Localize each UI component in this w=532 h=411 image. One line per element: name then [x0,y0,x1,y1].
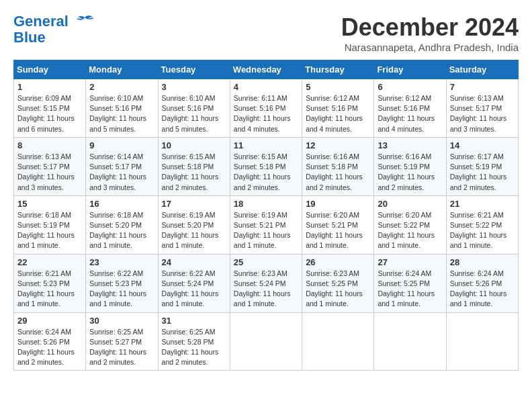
day-number: 29 [17,316,82,326]
day-cell-8: 8Sunrise: 6:13 AMSunset: 5:17 PMDaylight… [14,137,86,195]
day-info: Sunrise: 6:11 AMSunset: 5:16 PMDaylight:… [234,93,298,134]
day-cell-20: 20Sunrise: 6:20 AMSunset: 5:22 PMDayligh… [374,195,446,254]
day-number: 7 [450,82,515,92]
day-number: 16 [89,199,154,209]
day-info: Sunrise: 6:12 AMSunset: 5:16 PMDaylight:… [378,93,442,134]
day-cell-6: 6Sunrise: 6:12 AMSunset: 5:16 PMDaylight… [374,79,446,138]
weekday-header-friday: Friday [374,60,446,79]
week-row-2: 8Sunrise: 6:13 AMSunset: 5:17 PMDaylight… [14,137,519,195]
location: Narasannapeta, Andhra Pradesh, India [341,42,519,53]
day-number: 8 [17,140,82,150]
day-cell-5: 5Sunrise: 6:12 AMSunset: 5:16 PMDaylight… [302,79,374,138]
day-number: 26 [306,257,370,267]
day-cell-29: 29Sunrise: 6:24 AMSunset: 5:26 PMDayligh… [14,312,86,371]
day-info: Sunrise: 6:22 AMSunset: 5:23 PMDaylight:… [89,269,154,310]
day-cell-30: 30Sunrise: 6:25 AMSunset: 5:27 PMDayligh… [86,312,158,371]
day-info: Sunrise: 6:16 AMSunset: 5:19 PMDaylight:… [378,152,442,193]
day-cell-23: 23Sunrise: 6:22 AMSunset: 5:23 PMDayligh… [86,254,158,312]
day-info: Sunrise: 6:24 AMSunset: 5:26 PMDaylight:… [17,327,82,368]
day-info: Sunrise: 6:10 AMSunset: 5:16 PMDaylight:… [89,93,154,134]
weekday-header-wednesday: Wednesday [230,60,302,79]
day-number: 22 [17,257,82,267]
day-number: 1 [17,82,82,92]
day-info: Sunrise: 6:18 AMSunset: 5:20 PMDaylight:… [89,210,154,251]
logo-general: General [13,13,69,30]
day-info: Sunrise: 6:14 AMSunset: 5:17 PMDaylight:… [89,152,154,193]
day-info: Sunrise: 6:15 AMSunset: 5:18 PMDaylight:… [234,152,298,193]
day-cell-11: 11Sunrise: 6:15 AMSunset: 5:18 PMDayligh… [230,137,302,195]
day-number: 3 [162,82,226,92]
day-info: Sunrise: 6:20 AMSunset: 5:22 PMDaylight:… [378,210,442,251]
day-number: 13 [378,140,442,150]
week-row-4: 22Sunrise: 6:21 AMSunset: 5:23 PMDayligh… [14,254,519,312]
day-info: Sunrise: 6:09 AMSunset: 5:15 PMDaylight:… [17,93,82,134]
day-number: 21 [450,199,515,209]
day-info: Sunrise: 6:13 AMSunset: 5:17 PMDaylight:… [17,152,82,193]
day-cell-31: 31Sunrise: 6:25 AMSunset: 5:28 PMDayligh… [158,312,230,371]
day-info: Sunrise: 6:13 AMSunset: 5:17 PMDaylight:… [450,93,515,134]
day-info: Sunrise: 6:21 AMSunset: 5:23 PMDaylight:… [17,269,82,310]
day-cell-10: 10Sunrise: 6:15 AMSunset: 5:18 PMDayligh… [158,137,230,195]
day-number: 2 [89,82,154,92]
day-number: 23 [89,257,154,267]
day-info: Sunrise: 6:24 AMSunset: 5:25 PMDaylight:… [378,269,442,310]
day-number: 11 [234,140,298,150]
day-cell-9: 9Sunrise: 6:14 AMSunset: 5:17 PMDaylight… [86,137,158,195]
weekday-header-saturday: Saturday [446,60,518,79]
day-cell-15: 15Sunrise: 6:18 AMSunset: 5:19 PMDayligh… [14,195,86,254]
day-number: 27 [378,257,442,267]
day-info: Sunrise: 6:25 AMSunset: 5:28 PMDaylight:… [162,327,226,368]
empty-cell [374,312,446,371]
day-number: 15 [17,199,82,209]
day-number: 4 [234,82,298,92]
day-info: Sunrise: 6:16 AMSunset: 5:18 PMDaylight:… [306,152,370,193]
day-info: Sunrise: 6:23 AMSunset: 5:25 PMDaylight:… [306,269,370,310]
day-info: Sunrise: 6:22 AMSunset: 5:24 PMDaylight:… [162,269,226,310]
day-cell-27: 27Sunrise: 6:24 AMSunset: 5:25 PMDayligh… [374,254,446,312]
logo: General Blue [13,13,95,46]
day-number: 28 [450,257,515,267]
day-info: Sunrise: 6:17 AMSunset: 5:19 PMDaylight:… [450,152,515,193]
day-cell-3: 3Sunrise: 6:10 AMSunset: 5:16 PMDaylight… [158,79,230,138]
weekday-header-tuesday: Tuesday [158,60,230,79]
title-area: December 2024 Narasannapeta, Andhra Prad… [341,13,519,53]
week-row-3: 15Sunrise: 6:18 AMSunset: 5:19 PMDayligh… [14,195,519,254]
day-number: 17 [162,199,226,209]
day-cell-19: 19Sunrise: 6:20 AMSunset: 5:21 PMDayligh… [302,195,374,254]
logo-bird-icon [74,15,95,30]
empty-cell [230,312,302,371]
day-cell-26: 26Sunrise: 6:23 AMSunset: 5:25 PMDayligh… [302,254,374,312]
day-info: Sunrise: 6:10 AMSunset: 5:16 PMDaylight:… [162,93,226,134]
calendar-table: SundayMondayTuesdayWednesdayThursdayFrid… [13,60,519,371]
day-info: Sunrise: 6:25 AMSunset: 5:27 PMDaylight:… [89,327,154,368]
day-cell-4: 4Sunrise: 6:11 AMSunset: 5:16 PMDaylight… [230,79,302,138]
day-number: 18 [234,199,298,209]
day-number: 31 [162,316,226,326]
page-header: General Blue December 2024 Narasannapeta… [13,13,519,53]
day-number: 12 [306,140,370,150]
day-cell-16: 16Sunrise: 6:18 AMSunset: 5:20 PMDayligh… [86,195,158,254]
day-cell-1: 1Sunrise: 6:09 AMSunset: 5:15 PMDaylight… [14,79,86,138]
day-info: Sunrise: 6:19 AMSunset: 5:20 PMDaylight:… [162,210,226,251]
day-info: Sunrise: 6:20 AMSunset: 5:21 PMDaylight:… [306,210,370,251]
day-number: 24 [162,257,226,267]
day-cell-13: 13Sunrise: 6:16 AMSunset: 5:19 PMDayligh… [374,137,446,195]
day-cell-12: 12Sunrise: 6:16 AMSunset: 5:18 PMDayligh… [302,137,374,195]
day-cell-14: 14Sunrise: 6:17 AMSunset: 5:19 PMDayligh… [446,137,518,195]
month-title: December 2024 [341,13,519,42]
day-cell-24: 24Sunrise: 6:22 AMSunset: 5:24 PMDayligh… [158,254,230,312]
weekday-header-row: SundayMondayTuesdayWednesdayThursdayFrid… [14,60,519,79]
week-row-1: 1Sunrise: 6:09 AMSunset: 5:15 PMDaylight… [14,79,519,138]
day-info: Sunrise: 6:19 AMSunset: 5:21 PMDaylight:… [234,210,298,251]
day-cell-18: 18Sunrise: 6:19 AMSunset: 5:21 PMDayligh… [230,195,302,254]
day-cell-25: 25Sunrise: 6:23 AMSunset: 5:24 PMDayligh… [230,254,302,312]
logo-blue: Blue [13,30,46,46]
day-number: 5 [306,82,370,92]
day-info: Sunrise: 6:24 AMSunset: 5:26 PMDaylight:… [450,269,515,310]
day-info: Sunrise: 6:23 AMSunset: 5:24 PMDaylight:… [234,269,298,310]
weekday-header-sunday: Sunday [14,60,86,79]
empty-cell [302,312,374,371]
day-info: Sunrise: 6:12 AMSunset: 5:16 PMDaylight:… [306,93,370,134]
logo-text: General [13,13,95,30]
day-cell-21: 21Sunrise: 6:21 AMSunset: 5:22 PMDayligh… [446,195,518,254]
